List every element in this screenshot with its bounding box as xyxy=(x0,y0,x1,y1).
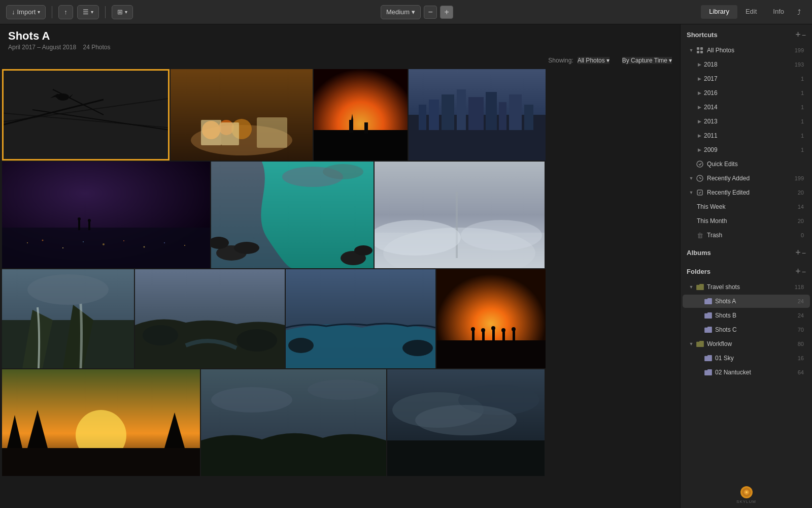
sidebar-item-year-2009[interactable]: ▶ 2009 1 xyxy=(683,143,810,156)
sidebar-item-quick-edits[interactable]: ▶ Quick Edits xyxy=(683,157,810,171)
sidebar-item-year-2014[interactable]: ▶ 2014 1 xyxy=(683,101,810,114)
year-label: 2018 xyxy=(704,61,795,68)
photo-cell[interactable] xyxy=(375,162,545,268)
sidebar-item-recently-added[interactable]: ▼ Recently Added 199 xyxy=(683,172,810,185)
photo-cell[interactable] xyxy=(409,69,546,161)
sidebar-item-year-2016[interactable]: ▶ 2016 1 xyxy=(683,86,810,100)
photo-cell[interactable] xyxy=(314,69,408,161)
all-photos-filter[interactable]: All Photos ▾ xyxy=(578,57,610,64)
svg-point-106 xyxy=(697,161,703,167)
sidebar: Shortcuts + − ▼ All Photos 199 ▶ 2018 19… xyxy=(680,24,812,508)
sidebar-item-shots-b[interactable]: ▶ Shots B 24 xyxy=(683,309,810,322)
sidebar-item-trash[interactable]: ▶ 🗑 Trash 0 xyxy=(683,229,810,242)
list-caret: ▾ xyxy=(91,9,93,15)
sidebar-item-travel-shots[interactable]: ▼ Travel shots 118 xyxy=(683,280,810,294)
tab-edit[interactable]: Edit xyxy=(737,5,765,19)
recently-added-icon xyxy=(696,174,704,182)
photo-cell[interactable] xyxy=(211,162,374,268)
photo-cell[interactable] xyxy=(387,369,545,476)
shortcuts-title: Shortcuts xyxy=(687,31,718,39)
svg-point-113 xyxy=(746,491,748,493)
zoom-out-button[interactable]: − xyxy=(424,6,437,19)
sidebar-item-year-2018[interactable]: ▶ 2018 193 xyxy=(683,58,810,71)
svg-point-45 xyxy=(184,245,185,246)
medium-caret: ▾ xyxy=(412,8,415,16)
photo-cell[interactable] xyxy=(2,369,200,476)
svg-point-49 xyxy=(88,219,91,222)
sidebar-item-01-sky[interactable]: ▶ 01 Sky 16 xyxy=(683,352,810,365)
list-view-button[interactable]: ☰ ▾ xyxy=(77,5,99,19)
svg-point-40 xyxy=(83,241,84,242)
sidebar-item-this-month[interactable]: This Month 20 xyxy=(683,214,810,228)
svg-rect-26 xyxy=(419,105,426,130)
svg-rect-102 xyxy=(697,47,699,50)
split-view-button[interactable]: ⊞ ▾ xyxy=(112,5,133,19)
photo-cell[interactable] xyxy=(436,269,546,368)
recently-edited-icon xyxy=(696,188,704,197)
svg-rect-90 xyxy=(11,430,13,448)
import-icon: ↓ xyxy=(12,8,15,16)
zoom-controls: Medium ▾ − + xyxy=(381,5,453,19)
photo-cell[interactable] xyxy=(171,69,313,161)
shortcuts-header: Shortcuts + − xyxy=(681,24,812,43)
tab-info[interactable]: Info xyxy=(765,5,792,19)
svg-point-66 xyxy=(27,274,109,305)
all-photos-icon xyxy=(696,46,704,54)
back-button[interactable]: ↑ xyxy=(58,5,73,19)
medium-label: Medium xyxy=(386,8,410,16)
sidebar-item-shots-a[interactable]: ▶ Shots A 24 xyxy=(683,295,810,308)
year-count: 1 xyxy=(801,133,804,139)
content-area: Shots A April 2017 – August 2018 24 Phot… xyxy=(0,24,680,508)
this-month-label: This Month xyxy=(697,217,798,225)
chevron-icon: ▼ xyxy=(689,48,694,53)
svg-point-57 xyxy=(323,164,363,179)
albums-add-button[interactable]: + − xyxy=(795,247,806,258)
share-button[interactable]: ⤴ xyxy=(792,6,806,19)
import-button[interactable]: ↓ Import ▾ xyxy=(6,5,46,19)
sidebar-item-this-week[interactable]: This Week 14 xyxy=(683,200,810,213)
svg-point-86 xyxy=(512,327,516,331)
shortcuts-add-button[interactable]: + − xyxy=(795,29,806,40)
trash-icon: 🗑 xyxy=(696,231,704,239)
sidebar-item-workflow[interactable]: ▼ Workflow 80 xyxy=(683,337,810,351)
sidebar-item-shots-c[interactable]: ▶ Shots C 70 xyxy=(683,323,810,336)
zoom-medium-dropdown[interactable]: Medium ▾ xyxy=(381,5,421,19)
year-count: 1 xyxy=(801,118,804,124)
year-label: 2016 xyxy=(704,89,801,97)
svg-rect-77 xyxy=(472,330,475,342)
svg-point-78 xyxy=(471,327,475,331)
photo-grid xyxy=(0,69,680,508)
sidebar-item-all-photos[interactable]: ▼ All Photos 199 xyxy=(683,44,810,57)
sidebar-item-year-2017[interactable]: ▶ 2017 1 xyxy=(683,72,810,85)
photo-cell[interactable] xyxy=(2,69,170,161)
capture-time-filter[interactable]: By Capture Time ▾ xyxy=(622,57,672,64)
svg-rect-79 xyxy=(482,331,485,342)
quick-edits-label: Quick Edits xyxy=(707,161,804,168)
zoom-in-button[interactable]: + xyxy=(440,6,453,19)
photo-cell[interactable] xyxy=(2,269,134,368)
svg-rect-76 xyxy=(436,340,546,368)
svg-point-72 xyxy=(288,338,314,353)
add-icon: + xyxy=(795,266,801,277)
photo-row-3 xyxy=(2,269,678,368)
photo-cell[interactable] xyxy=(2,162,210,268)
svg-rect-27 xyxy=(429,100,439,130)
page-header: Shots A April 2017 – August 2018 24 Phot… xyxy=(0,24,680,54)
folders-add-button[interactable]: + − xyxy=(795,266,806,277)
sidebar-item-recently-edited[interactable]: ▼ Recently Edited 20 xyxy=(683,186,810,199)
albums-title: Albums xyxy=(687,249,711,257)
tab-library[interactable]: Library xyxy=(701,5,737,19)
svg-point-101 xyxy=(415,405,517,435)
chevron-icon: ▶ xyxy=(697,76,702,81)
svg-rect-22 xyxy=(364,122,368,134)
chevron-icon: ▼ xyxy=(689,176,694,181)
sidebar-item-year-2013[interactable]: ▶ 2013 1 xyxy=(683,115,810,128)
photo-cell[interactable] xyxy=(135,269,285,368)
all-photos-caret: ▾ xyxy=(606,57,610,64)
sidebar-item-year-2011[interactable]: ▶ 2011 1 xyxy=(683,129,810,142)
photo-cell[interactable] xyxy=(201,369,386,476)
svg-rect-29 xyxy=(457,89,466,130)
02-nantucket-count: 64 xyxy=(798,369,804,375)
photo-cell[interactable] xyxy=(286,269,435,368)
sidebar-item-02-nantucket[interactable]: ▶ 02 Nantucket 64 xyxy=(683,366,810,379)
